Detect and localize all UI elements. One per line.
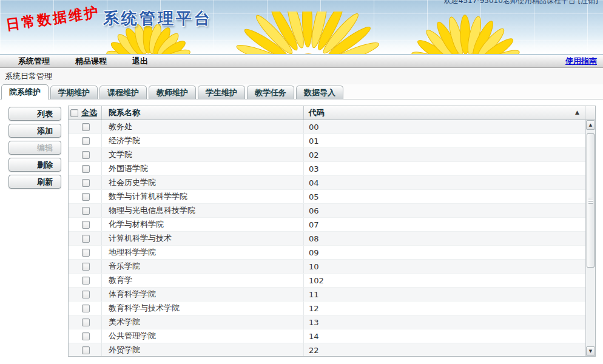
table-row[interactable]: 美术学院 13: [69, 315, 585, 329]
scroll-down-button[interactable]: ▼: [586, 346, 595, 356]
table-row[interactable]: 社会历史学院 04: [69, 176, 585, 190]
scroll-up-button[interactable]: ▲: [586, 120, 595, 130]
row-checkbox[interactable]: [82, 249, 90, 257]
table-row[interactable]: 物理与光电信息科技学院 06: [69, 204, 585, 218]
row-checkbox[interactable]: [82, 346, 90, 354]
dept-code-cell: 07: [304, 220, 585, 229]
row-checkbox[interactable]: [82, 277, 90, 285]
dept-code-cell: 09: [304, 248, 585, 257]
tab-教学任务[interactable]: 教学任务: [247, 86, 294, 99]
dept-code-cell: 05: [304, 192, 585, 201]
action-button-column: 列表添加编辑删除刷新: [8, 107, 61, 189]
tab-数据导入[interactable]: 数据导入: [296, 86, 343, 99]
row-checkbox[interactable]: [82, 207, 90, 215]
dept-name-cell: 教务处: [102, 120, 304, 133]
table-row[interactable]: 教育学 102: [69, 274, 585, 288]
table-row[interactable]: 体育科学学院 11: [69, 288, 585, 302]
table-row[interactable]: 文学院 02: [69, 148, 585, 162]
tab-课程维护[interactable]: 课程维护: [99, 86, 147, 99]
row-checkbox[interactable]: [82, 291, 90, 298]
row-checkbox[interactable]: [82, 305, 90, 312]
tab-strip: 院系维护学期维护课程维护教师维护学生维护教学任务数据导入: [0, 84, 603, 99]
row-checkbox[interactable]: [82, 151, 90, 159]
dept-name-cell: 经济学院: [102, 134, 304, 147]
row-checkbox[interactable]: [82, 137, 90, 145]
action-button[interactable]: 编辑: [8, 141, 61, 155]
header-scrollbar-spacer: [585, 106, 595, 120]
dept-name-cell: 音乐学院: [102, 260, 304, 273]
table-row[interactable]: 数学与计算机科学学院 05: [69, 190, 585, 204]
tab-学期维护[interactable]: 学期维护: [50, 86, 98, 99]
row-checkbox[interactable]: [82, 165, 90, 173]
tab-教师维护[interactable]: 教师维护: [149, 86, 196, 99]
dept-name-cell: 数学与计算机科学学院: [102, 190, 304, 203]
row-checkbox[interactable]: [82, 318, 90, 326]
dept-code-cell: 08: [304, 234, 585, 243]
row-checkbox[interactable]: [82, 123, 90, 131]
vertical-scrollbar[interactable]: ▲ ▼: [585, 120, 595, 356]
column-header-code[interactable]: 代码 ▲: [304, 106, 585, 120]
scrollbar-thumb[interactable]: [587, 133, 595, 268]
table-row[interactable]: 教务处 00: [69, 120, 585, 134]
menu-item[interactable]: 系统管理: [18, 56, 50, 67]
row-select-cell: [69, 232, 102, 245]
row-select-cell: [69, 260, 102, 273]
row-checkbox[interactable]: [82, 263, 90, 271]
table-body: 教务处 00 经济学院 01 文学院 02 外国语学院 03 社会历史学院 04…: [69, 120, 585, 356]
table-row[interactable]: 教育科学与技术学院 12: [69, 302, 585, 315]
dept-code-cell: 01: [304, 136, 585, 146]
action-button[interactable]: 刷新: [8, 175, 61, 189]
row-select-cell: [69, 162, 102, 175]
welcome-text: 欢迎4517-95010老师使用精品课程平台 [注销]: [444, 0, 598, 6]
action-button[interactable]: 删除: [8, 158, 61, 172]
row-checkbox[interactable]: [82, 179, 90, 187]
action-button[interactable]: 列表: [8, 107, 61, 121]
table-row[interactable]: 外贸学院 22: [69, 343, 585, 356]
tab-院系维护[interactable]: 院系维护: [1, 84, 49, 99]
dept-name-cell: 化学与材料学院: [102, 218, 304, 231]
row-select-cell: [69, 274, 102, 287]
table-row[interactable]: 公共管理学院 14: [69, 329, 585, 343]
breadcrumb: 系统日常管理: [0, 68, 603, 84]
row-checkbox[interactable]: [82, 235, 90, 243]
table-row[interactable]: 音乐学院 10: [69, 260, 585, 274]
menu-item[interactable]: 退出: [132, 56, 148, 67]
column-header-name[interactable]: 院系名称: [102, 106, 304, 120]
dept-code-cell: 00: [304, 123, 585, 132]
select-all-header: 全选: [69, 106, 102, 120]
dept-name-cell: 外国语学院: [102, 162, 304, 175]
dept-code-cell: 22: [304, 346, 585, 355]
table-row[interactable]: 地理科学学院 09: [69, 246, 585, 260]
user-guide-link[interactable]: 使用指南: [565, 56, 597, 67]
row-checkbox[interactable]: [82, 221, 90, 229]
dept-code-cell: 12: [304, 304, 585, 313]
dept-code-cell: 06: [304, 206, 585, 215]
row-select-cell: [69, 329, 102, 343]
table-row[interactable]: 化学与材料学院 07: [69, 218, 585, 232]
tab-学生维护[interactable]: 学生维护: [198, 86, 245, 99]
dept-code-cell: 14: [304, 332, 585, 341]
site-title: 系统管理平台: [103, 8, 212, 29]
row-select-cell: [69, 190, 102, 203]
menu-item[interactable]: 精品课程: [75, 56, 107, 67]
row-checkbox[interactable]: [82, 193, 90, 201]
row-select-cell: [69, 288, 102, 301]
row-select-cell: [69, 134, 102, 147]
dept-name-cell: 文学院: [102, 148, 304, 161]
table-row[interactable]: 外国语学院 03: [69, 162, 585, 176]
action-button[interactable]: 添加: [8, 124, 61, 138]
dept-name-cell: 物理与光电信息科技学院: [102, 204, 304, 217]
select-all-checkbox[interactable]: [70, 109, 78, 117]
row-checkbox[interactable]: [82, 332, 90, 340]
select-all-label[interactable]: 全选: [81, 107, 97, 118]
dept-name-cell: 美术学院: [102, 315, 304, 329]
dept-name-cell: 公共管理学院: [102, 329, 304, 343]
table-header: 全选 院系名称 代码 ▲: [69, 106, 595, 120]
table-row[interactable]: 计算机科学与技术 08: [69, 232, 585, 246]
dept-name-cell: 教育科学与技术学院: [102, 302, 304, 315]
dept-name-cell: 地理科学学院: [102, 246, 304, 259]
row-select-cell: [69, 246, 102, 259]
dept-code-cell: 03: [304, 164, 585, 174]
row-select-cell: [69, 120, 102, 133]
table-row[interactable]: 经济学院 01: [69, 134, 585, 148]
